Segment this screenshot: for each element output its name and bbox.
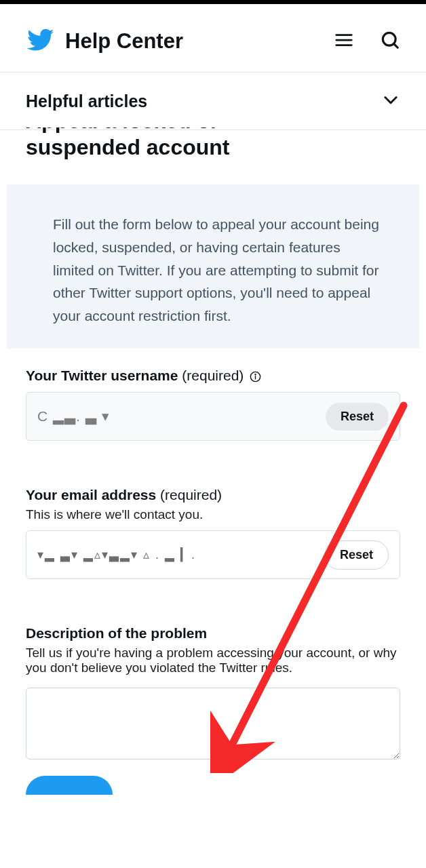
page-title-line1-cut: Appeal a locked or (26, 127, 400, 134)
username-input[interactable]: C ▂▃. ▃ ▾ (37, 408, 317, 425)
page-title-header: Help Center (65, 29, 183, 54)
svg-point-7 (255, 374, 256, 375)
description-textarea[interactable] (26, 688, 400, 760)
twitter-logo-icon[interactable] (26, 26, 54, 57)
username-label-required: (required) (182, 368, 244, 383)
email-label-required: (required) (160, 487, 222, 502)
email-helper: This is where we'll contact you. (26, 507, 400, 522)
chevron-down-icon (381, 90, 400, 112)
header-right (334, 30, 400, 53)
info-icon[interactable] (249, 370, 262, 383)
info-box: Fill out the form below to appeal your a… (7, 184, 419, 349)
info-box-text: Fill out the form below to appeal your a… (53, 216, 379, 323)
email-section: Your email address (required) This is wh… (0, 487, 426, 579)
description-label-bold: Description of the problem (26, 625, 207, 641)
email-label: Your email address (required) (26, 487, 400, 503)
helpful-articles-title: Helpful articles (26, 92, 147, 111)
email-reset-button[interactable]: Reset (324, 540, 389, 570)
page-header: Help Center (0, 4, 426, 72)
description-label: Description of the problem (26, 625, 400, 642)
username-label: Your Twitter username (required) (26, 368, 400, 384)
page-title-line2: suspended account (26, 134, 400, 160)
submit-button[interactable] (26, 776, 113, 795)
username-input-row: C ▂▃. ▃ ▾ Reset (26, 392, 400, 441)
description-section: Description of the problem Tell us if yo… (0, 625, 426, 795)
username-section: Your Twitter username (required) C ▂▃. ▃… (0, 368, 426, 441)
email-input-row: ▾▂ ▃▾ ▂▵▾▃▂▾ ▵ . ▂ ▎. Reset (26, 530, 400, 579)
page-main-title: Appeal a locked or suspended account (0, 127, 426, 160)
helpful-articles-bar[interactable]: Helpful articles (0, 73, 426, 130)
username-label-bold: Your Twitter username (26, 368, 178, 383)
email-input[interactable]: ▾▂ ▃▾ ▂▵▾▃▂▾ ▵ . ▂ ▎. (37, 547, 316, 562)
description-helper: Tell us if you're having a problem acces… (26, 646, 400, 675)
svg-line-4 (394, 44, 398, 48)
username-reset-button[interactable]: Reset (326, 403, 389, 431)
email-label-bold: Your email address (26, 487, 156, 502)
hamburger-menu-icon[interactable] (334, 30, 354, 53)
header-left: Help Center (26, 26, 183, 57)
search-icon[interactable] (380, 30, 400, 53)
